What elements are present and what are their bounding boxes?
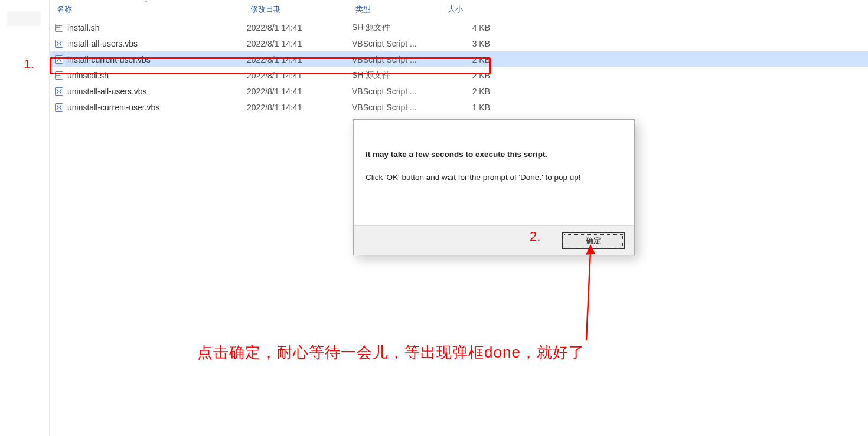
- file-row[interactable]: install-current-user.vbs2022/8/1 14:41VB…: [50, 51, 868, 67]
- dialog-titlebar[interactable]: [354, 120, 634, 141]
- file-size-cell: 2 KB: [440, 87, 504, 96]
- dialog-ok-button[interactable]: 确定: [562, 232, 625, 249]
- column-header-type[interactable]: 类型: [348, 0, 440, 19]
- svg-rect-1: [56, 25, 62, 26]
- file-size-cell: 3 KB: [440, 39, 504, 48]
- svg-rect-4: [56, 40, 63, 47]
- file-size-cell: 2 KB: [440, 71, 504, 80]
- file-row[interactable]: uninstall-all-users.vbs2022/8/1 14:41VBS…: [50, 83, 868, 99]
- file-name-label: uninstall.sh: [67, 71, 109, 80]
- file-date-cell: 2022/8/1 14:41: [243, 103, 348, 112]
- svg-rect-7: [56, 73, 62, 74]
- annotation-step-1: 1.: [24, 57, 34, 72]
- file-row[interactable]: install.sh2022/8/1 14:41SH 源文件4 KB: [50, 19, 868, 35]
- column-header-type-label: 类型: [355, 4, 371, 15]
- svg-rect-2: [56, 27, 60, 28]
- column-header-size[interactable]: 大小: [440, 0, 504, 19]
- left-gray-block: [7, 11, 41, 26]
- file-name-label: install.sh: [67, 23, 99, 32]
- vbs-file-icon: [54, 39, 64, 48]
- file-row[interactable]: install-all-users.vbs2022/8/1 14:41VBScr…: [50, 35, 868, 51]
- file-name-cell: uninstall.sh: [50, 71, 243, 80]
- dialog-message-line2: Click 'OK' button and wait for the promp…: [366, 172, 622, 183]
- column-headers: 名称 ˄ 修改日期 类型 大小: [50, 0, 868, 19]
- file-name-label: install-all-users.vbs: [67, 39, 138, 48]
- vbs-file-icon: [54, 87, 64, 96]
- dialog-close-button[interactable]: [608, 120, 634, 137]
- file-type-cell: SH 源文件: [348, 22, 440, 33]
- column-header-name[interactable]: 名称 ˄: [50, 0, 243, 19]
- file-name-label: install-current-user.vbs: [67, 55, 151, 64]
- file-name-cell: install-all-users.vbs: [50, 39, 243, 48]
- file-type-cell: VBScript Script ...: [348, 103, 440, 112]
- svg-rect-10: [56, 87, 63, 95]
- file-name-label: uninstall-current-user.vbs: [67, 103, 159, 112]
- script-dialog: It may take a few seconds to execute thi…: [353, 119, 635, 255]
- svg-rect-5: [56, 55, 63, 63]
- svg-rect-9: [56, 77, 61, 77]
- file-type-cell: SH 源文件: [348, 70, 440, 81]
- dialog-message-line1: It may take a few seconds to execute thi…: [366, 149, 622, 160]
- file-type-cell: VBScript Script ...: [348, 87, 440, 96]
- file-type-cell: VBScript Script ...: [348, 55, 440, 64]
- dialog-footer: 确定: [354, 225, 634, 255]
- file-date-cell: 2022/8/1 14:41: [243, 71, 348, 80]
- column-header-name-label: 名称: [57, 4, 72, 15]
- file-name-cell: install-current-user.vbs: [50, 55, 243, 64]
- dialog-body: It may take a few seconds to execute thi…: [354, 141, 634, 183]
- file-date-cell: 2022/8/1 14:41: [243, 55, 348, 64]
- file-row[interactable]: uninstall.sh2022/8/1 14:41SH 源文件2 KB: [50, 67, 868, 83]
- dialog-ok-label: 确定: [586, 235, 601, 246]
- file-size-cell: 4 KB: [440, 23, 504, 32]
- file-type-cell: VBScript Script ...: [348, 39, 440, 48]
- file-size-cell: 1 KB: [440, 103, 504, 112]
- file-date-cell: 2022/8/1 14:41: [243, 87, 348, 96]
- sort-ascending-icon: ˄: [145, 0, 148, 6]
- file-list: install.sh2022/8/1 14:41SH 源文件4 KBinstal…: [50, 19, 868, 115]
- file-name-cell: uninstall-current-user.vbs: [50, 103, 243, 112]
- annotation-step-2: 2.: [530, 229, 540, 244]
- file-name-cell: uninstall-all-users.vbs: [50, 87, 243, 96]
- vbs-file-icon: [54, 55, 64, 64]
- vbs-file-icon: [54, 103, 64, 112]
- file-size-cell: 2 KB: [440, 55, 504, 64]
- annotation-caption: 点击确定，耐心等待一会儿，等出现弹框done，就好了: [197, 342, 585, 363]
- sh-file-icon: [54, 23, 64, 32]
- file-name-label: uninstall-all-users.vbs: [67, 87, 147, 96]
- column-header-date-label: 修改日期: [250, 4, 281, 15]
- svg-rect-11: [56, 103, 63, 111]
- file-row[interactable]: uninstall-current-user.vbs2022/8/1 14:41…: [50, 99, 868, 115]
- svg-rect-8: [56, 75, 60, 76]
- svg-rect-3: [56, 29, 61, 29]
- file-date-cell: 2022/8/1 14:41: [243, 39, 348, 48]
- file-date-cell: 2022/8/1 14:41: [243, 23, 348, 32]
- file-name-cell: install.sh: [50, 23, 243, 32]
- column-header-date[interactable]: 修改日期: [243, 0, 348, 19]
- sh-file-icon: [54, 71, 64, 80]
- column-header-size-label: 大小: [448, 4, 463, 15]
